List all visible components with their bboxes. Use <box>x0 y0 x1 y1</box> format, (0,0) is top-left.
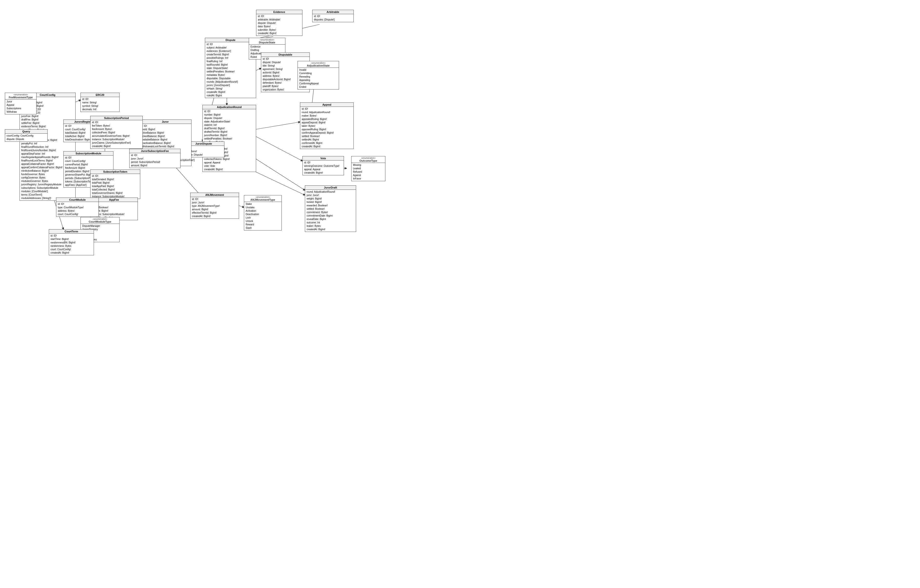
entity-appeal-body: id: ID! round: AdjudicationRound! maker:… <box>300 107 353 149</box>
entity-juror-subscription-fee: JurorSubscriptionFee id: ID! juror: Juro… <box>129 149 180 168</box>
entity-anj-movement: ANJMovement id: ID! juror: Juror! type: … <box>190 193 239 219</box>
entity-evidence: Evidence id: ID! arbitrable: Arbitrable!… <box>256 10 303 36</box>
entity-subscription-token: SubscriptionToken id: ID! totalDonated: … <box>90 170 140 199</box>
entity-court-module: CourtModule id: ID! type: CourtModuleTyp… <box>56 198 99 217</box>
entity-query-body: courtConfig: CourtConfig dispute: Disput… <box>5 134 47 141</box>
entity-erc20-body: id: ID! name: String! symbol: String! de… <box>81 97 119 112</box>
entity-dispute-body: id: ID! subject: Arbitrable! evidences: … <box>205 42 256 98</box>
entity-arbitrable-body: id: ID! disputes: [Dispute!] <box>313 14 353 22</box>
entity-adjudication-round: AdjudicationRound id: ID! number: BigInt… <box>202 105 256 172</box>
enum-court-module-type-header: «enumeration» CourtModuleType <box>81 217 119 224</box>
entity-anj-movement-body: id: ID! juror: Juror! type: ANJMovementT… <box>191 197 239 219</box>
enum-anj-movement-type-header: «enumeration» ANJMovementType <box>244 195 282 202</box>
entity-subscription-token-header: SubscriptionToken <box>91 170 140 174</box>
svg-line-6 <box>256 136 303 161</box>
enum-fee-movement-type-body: Juror Appeal Subscriptions Withdraw <box>5 99 36 114</box>
entity-dispute-header: Dispute <box>205 38 256 42</box>
entity-vote-header: Vote <box>303 156 343 160</box>
entity-appeal-header: Appeal <box>300 103 353 107</box>
entity-vote-body: id: ID! winningOutcome: OutcomeType! app… <box>303 160 343 175</box>
enum-outcome-type-body: Missing Leaked Refused Against InFavor <box>351 163 385 181</box>
entity-appeal: Appeal id: ID! round: AdjudicationRound!… <box>300 102 354 149</box>
entity-erc20-header: ERC20 <box>81 93 119 97</box>
enum-fee-movement-type-header: «enumeration» FeeMovementType <box>5 93 36 99</box>
enum-anj-movement-type: «enumeration» ANJMovementType Stake Unst… <box>244 195 282 230</box>
entity-disputable-header: Disputable <box>261 53 309 57</box>
entity-dispute: Dispute id: ID! subject: Arbitrable! evi… <box>205 38 256 98</box>
enum-anj-movement-type-body: Stake Unstake Activation Deactivation Lo… <box>244 202 282 230</box>
entity-juror-draft-header: JurorDraft <box>305 186 356 190</box>
diagram-canvas: Evidence id: ID! arbitrable: Arbitrable!… <box>0 0 920 588</box>
entity-court-term-header: CourtTerm <box>49 230 94 234</box>
entity-vote: Vote id: ID! winningOutcome: OutcomeType… <box>303 156 344 175</box>
entity-arbitrable-header: Arbitrable <box>313 10 353 14</box>
entity-court-module-header: CourtModule <box>56 198 99 202</box>
entity-court-term: CourtTerm id: ID! startTime: BigInt! ran… <box>49 229 94 255</box>
enum-outcome-type-header: «enumeration» OutcomeType <box>351 156 385 163</box>
entity-adjudication-round-body: id: ID! number: BigInt! dispute: Dispute… <box>203 109 256 172</box>
connections-svg <box>0 0 920 588</box>
entity-subscription-module-header: SubscriptionModule <box>64 151 113 156</box>
entity-adjudication-round-header: AdjudicationRound <box>203 105 256 109</box>
entity-juror-header: Juror <box>139 120 191 124</box>
enum-outcome-type: «enumeration» OutcomeType Missing Leaked… <box>351 156 385 181</box>
entity-juror-subscription-fee-body: id: ID! juror: Juror! period: Subscripti… <box>130 153 180 168</box>
entity-juror-subscription-fee-header: JurorSubscriptionFee <box>130 149 180 153</box>
entity-erc20: ERC20 id: ID! name: String! symbol: Stri… <box>81 93 120 112</box>
entity-juror-draft: JurorDraft round: AdjudicationRound! jur… <box>305 185 356 232</box>
enum-adjudication-state: «enumeration» AdjudicationState Invalid … <box>298 61 339 89</box>
entity-arbitrable: Arbitrable id: ID! disputes: [Dispute!] <box>312 10 354 22</box>
entity-query: Query courtConfig: CourtConfig dispute: … <box>5 129 47 142</box>
entity-anj-movement-header: ANJMovement <box>191 193 239 197</box>
entity-juror-draft-body: round: AdjudicationRound! juror: Juror! … <box>305 190 356 232</box>
entity-subscription-period-header: SubscriptionPeriod <box>91 116 143 120</box>
enum-dispute-state-header: «enumeration» DisputeState <box>249 38 285 45</box>
entity-subscription-period-body: id: ID! feeToken: Bytes! feeAmount: Byte… <box>91 120 143 149</box>
entity-court-module-body: id: ID! type: CourtModuleType! address: … <box>56 202 99 217</box>
entity-subscription-token-body: id: ID! totalDonated: BigInt! totalPaid:… <box>91 174 140 199</box>
entity-query-header: Query <box>5 130 47 134</box>
entity-court-term-body: id: ID! startTime: BigInt! randomnessBN:… <box>49 234 94 255</box>
entity-evidence-body: id: ID! arbitrable: Arbitrable! dispute:… <box>256 14 302 36</box>
entity-evidence-header: Evidence <box>256 10 302 14</box>
entity-subscription-period: SubscriptionPeriod id: ID! feeToken: Byt… <box>90 116 143 149</box>
enum-fee-movement-type: «enumeration» FeeMovementType Juror Appe… <box>5 93 37 114</box>
enum-adjudication-state-header: «enumeration» AdjudicationState <box>298 61 339 68</box>
svg-line-5 <box>256 122 300 129</box>
enum-adjudication-state-body: Invalid Committing Revealing Appealing C… <box>298 68 339 89</box>
